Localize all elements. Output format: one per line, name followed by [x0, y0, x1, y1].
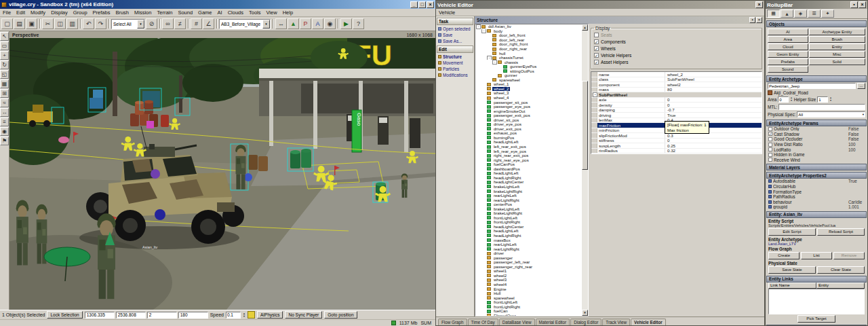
- object-type-prefabs[interactable]: Prefabs: [768, 58, 808, 65]
- object-type-area[interactable]: Area: [768, 36, 808, 43]
- ai-physics-button[interactable]: AIPhysics: [257, 311, 283, 319]
- checkbox-icon[interactable]: ✓: [594, 39, 599, 44]
- object-type-misc[interactable]: Misc: [809, 51, 865, 58]
- menu-help[interactable]: Help: [280, 10, 296, 16]
- helper-size-input[interactable]: [817, 96, 828, 103]
- property2-groupid[interactable]: groupid1.001: [766, 204, 867, 210]
- property-value[interactable]: -0.7: [665, 107, 762, 112]
- collapse-icon[interactable]: -: [481, 29, 486, 34]
- rollupbar-title-bar[interactable]: RollupBar ▪ ×: [766, 1, 867, 9]
- task-item-save[interactable]: Save: [436, 32, 474, 38]
- snap-grid-icon[interactable]: #: [191, 18, 202, 29]
- edit-item-modifications[interactable]: Modifications: [436, 72, 474, 78]
- menu-terrain[interactable]: Terrain: [154, 10, 175, 16]
- archetype-search-input[interactable]: [768, 83, 856, 89]
- param-good-occluder[interactable]: Good OccluderFalse: [766, 137, 867, 142]
- perspective-viewport[interactable]: Perspective 1680 x 1068: [9, 31, 435, 310]
- property-value[interactable]: 0.32: [665, 148, 762, 153]
- layer-combo[interactable]: AB3_Before_Village▾: [219, 19, 271, 29]
- helper-size-spinner[interactable]: ▲▼: [829, 97, 831, 102]
- reload-script-button[interactable]: Reload Script: [817, 228, 865, 236]
- camera-icon[interactable]: ◉: [0, 127, 9, 136]
- rollup-archetype-header[interactable]: Entity Archetype: [766, 75, 867, 82]
- paste-icon[interactable]: ▥: [66, 18, 78, 29]
- maximize-button[interactable]: □: [418, 1, 426, 8]
- property-value[interactable]: wheel2: [665, 82, 762, 87]
- editor-tab-vehicle-editor[interactable]: Vehicle Editor: [631, 319, 666, 325]
- terrain-tab[interactable]: ▲: [781, 10, 793, 18]
- edit-script-button[interactable]: Edit Script: [768, 228, 816, 236]
- viewport-label[interactable]: Perspective: [12, 33, 39, 37]
- area-spinner[interactable]: ▲▼: [790, 97, 792, 102]
- param-lodratio[interactable]: LodRatio100: [766, 147, 867, 152]
- rollupbar-close-button[interactable]: ×: [859, 1, 866, 8]
- open-icon[interactable]: ▤: [14, 18, 25, 29]
- menu-file[interactable]: File: [0, 10, 14, 16]
- collapse-icon[interactable]: -: [593, 92, 597, 97]
- vehicle-editor-title-bar[interactable]: Vehicle Editor ×: [436, 1, 764, 9]
- dropdown-arrow-icon[interactable]: ▾: [262, 20, 270, 29]
- browse-button[interactable]: ...: [857, 83, 865, 89]
- property2-formationtype[interactable]: FormationType: [766, 189, 867, 194]
- collapse-icon[interactable]: -: [492, 60, 497, 65]
- vehicle-editor-close-button[interactable]: ×: [755, 1, 763, 8]
- property2-autodisable[interactable]: AutodisableTrue: [766, 179, 867, 184]
- terrain-snap-icon[interactable]: [248, 311, 255, 319]
- link-name-column[interactable]: Link Name: [768, 283, 816, 289]
- mtl-input[interactable]: [778, 104, 865, 110]
- pick-target-button[interactable]: Pick Target: [797, 315, 835, 323]
- display-option-asset-helpers[interactable]: ✓Asset Helpers: [594, 58, 759, 65]
- display-option-wheels[interactable]: ✓Wheels: [594, 45, 759, 52]
- no-sync-player-button[interactable]: No Sync Player: [285, 311, 322, 319]
- clear-state-button[interactable]: Clear State: [817, 266, 865, 274]
- checkbox-icon[interactable]: [768, 158, 772, 162]
- property-value[interactable]: 0: [665, 97, 762, 102]
- menu-game[interactable]: Game: [195, 10, 214, 16]
- property2-pathradius[interactable]: PathRadius: [766, 194, 867, 200]
- menu-prefabs[interactable]: Prefabs: [90, 10, 113, 16]
- flowgraph-remove-button[interactable]: Remove: [833, 252, 865, 259]
- object-type-geom-entity[interactable]: Geom Entity: [768, 51, 808, 58]
- menu-tools[interactable]: Tools: [246, 10, 264, 16]
- property2-circularhub[interactable]: CircularHub: [766, 184, 867, 189]
- scroll-down-icon[interactable]: ▼: [582, 310, 588, 316]
- object-type-sound[interactable]: Sound: [768, 66, 808, 73]
- property-value[interactable]: SubPartWheel: [665, 77, 762, 82]
- modelling-tab[interactable]: ◈: [794, 10, 807, 18]
- copy-icon[interactable]: ◫: [54, 18, 66, 29]
- checkbox-icon[interactable]: [768, 137, 772, 141]
- editor-tab-flow-graph[interactable]: Flow Graph: [438, 319, 467, 325]
- rollup-material-layers-header[interactable]: Material Layers: [766, 164, 867, 170]
- edit-item-particles[interactable]: Particles: [436, 66, 474, 72]
- param-cast-shadow[interactable]: ✓Cast ShadowFalse: [766, 132, 867, 137]
- speed-spinner[interactable]: ▲▼: [243, 312, 245, 318]
- rotate-icon[interactable]: ↻: [0, 60, 9, 69]
- unlink-icon[interactable]: ≠: [174, 18, 186, 29]
- select-icon[interactable]: ↖: [0, 32, 9, 41]
- editor-tab-material-editor[interactable]: Material Editor: [536, 319, 570, 325]
- flag-icon[interactable]: ⚑: [0, 137, 9, 145]
- rollup-events-header[interactable]: Entity Events: [766, 325, 867, 325]
- scrollbar-track[interactable]: [582, 31, 588, 310]
- object-type-entity[interactable]: Entity: [809, 43, 865, 50]
- object-type-archetype-entity[interactable]: Archetype Entity: [809, 29, 865, 35]
- snap-angle-icon[interactable]: ∠: [203, 18, 214, 29]
- ai-icon[interactable]: A: [312, 18, 323, 29]
- main-title-bar[interactable]: village.cry - Sandbox 2 (tm) (x64 Editio…: [0, 0, 435, 9]
- area-input[interactable]: [778, 96, 789, 103]
- pin-icon[interactable]: ▪: [749, 17, 755, 23]
- checkbox-icon[interactable]: [594, 33, 599, 37]
- menu-modify[interactable]: Modify: [28, 10, 48, 16]
- entity-column[interactable]: Entity: [816, 283, 865, 289]
- undo-icon[interactable]: ↶: [83, 18, 94, 29]
- lock-selection-button[interactable]: Lock Selection: [47, 311, 82, 319]
- grid-icon[interactable]: ⊞: [0, 89, 9, 98]
- edit-item-movement[interactable]: Movement: [436, 60, 474, 66]
- goto-position-button[interactable]: Goto position: [324, 311, 357, 319]
- layers-tab[interactable]: ✦: [821, 10, 834, 18]
- display-tab[interactable]: ☰: [808, 10, 821, 18]
- rollup-objects-header[interactable]: Objects: [766, 20, 867, 27]
- collapse-icon[interactable]: -: [487, 56, 492, 60]
- rollup-links-header[interactable]: Entity Links: [766, 276, 867, 283]
- edit-item-structure[interactable]: Structure: [436, 54, 474, 60]
